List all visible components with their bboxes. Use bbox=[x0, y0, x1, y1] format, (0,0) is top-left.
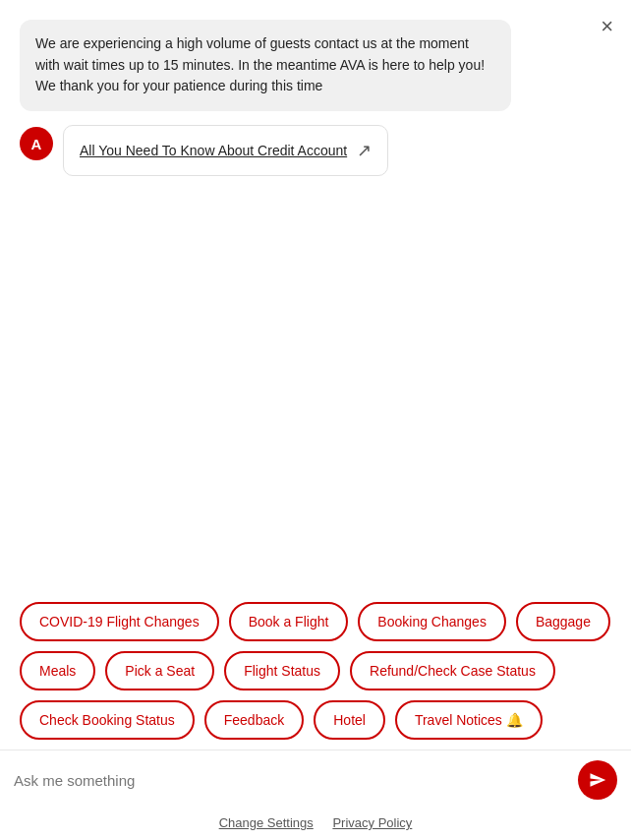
chip-baggage[interactable]: Baggage bbox=[516, 602, 610, 641]
send-button[interactable] bbox=[578, 760, 617, 800]
chat-input[interactable] bbox=[14, 772, 568, 789]
footer-links: Change Settings Privacy Policy bbox=[0, 810, 631, 840]
system-message-text: We are experiencing a high volume of gue… bbox=[35, 35, 485, 93]
chip-flight-status[interactable]: Flight Status bbox=[224, 651, 340, 690]
change-settings-link[interactable]: Change Settings bbox=[219, 815, 314, 830]
chip-feedback[interactable]: Feedback bbox=[204, 700, 304, 740]
credit-account-link-bubble[interactable]: All You Need To Know About Credit Accoun… bbox=[63, 125, 388, 176]
system-message-bubble: We are experiencing a high volume of gue… bbox=[20, 20, 511, 111]
chip-hotel[interactable]: Hotel bbox=[314, 700, 385, 740]
chip-booking-changes[interactable]: Booking Changes bbox=[358, 602, 506, 641]
chip-travel-notices-[interactable]: Travel Notices 🔔 bbox=[395, 700, 543, 740]
chip-meals[interactable]: Meals bbox=[20, 651, 95, 690]
input-bar bbox=[0, 750, 631, 810]
chip-covid-19-flight-changes[interactable]: COVID-19 Flight Changes bbox=[20, 602, 219, 641]
chips-section: COVID-19 Flight ChangesBook a FlightBook… bbox=[0, 602, 631, 740]
chip-check-booking-status[interactable]: Check Booking Status bbox=[20, 700, 195, 740]
close-button[interactable]: × bbox=[601, 14, 613, 39]
credit-account-link[interactable]: All You Need To Know About Credit Accoun… bbox=[80, 141, 347, 160]
external-link-icon: ↗ bbox=[357, 140, 372, 161]
chat-body: We are experiencing a high volume of gue… bbox=[0, 0, 631, 602]
privacy-policy-link[interactable]: Privacy Policy bbox=[332, 815, 412, 830]
system-message-row: We are experiencing a high volume of gue… bbox=[20, 20, 611, 111]
send-icon bbox=[589, 771, 606, 789]
avatar: A bbox=[20, 127, 53, 160]
chip-refund-check-case-status[interactable]: Refund/Check Case Status bbox=[350, 651, 555, 690]
link-message-row: A All You Need To Know About Credit Acco… bbox=[20, 125, 611, 176]
chip-pick-a-seat[interactable]: Pick a Seat bbox=[105, 651, 214, 690]
chat-container: × We are experiencing a high volume of g… bbox=[0, 0, 631, 840]
chip-book-a-flight[interactable]: Book a Flight bbox=[229, 602, 349, 641]
